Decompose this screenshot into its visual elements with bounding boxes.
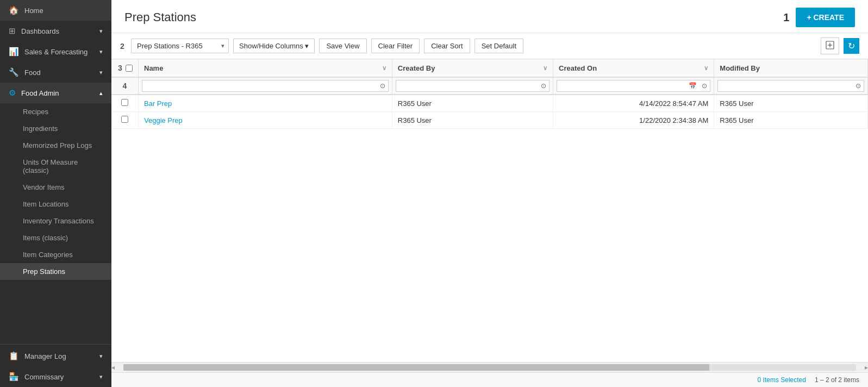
created-on-col-header[interactable]: Created On ∨ (553, 59, 714, 77)
sidebar-item-food-admin[interactable]: ⚙ Food Admin ▴ (0, 83, 111, 103)
created-by-filter-input[interactable] (396, 80, 538, 91)
manager-log-icon: 📋 (9, 351, 19, 361)
modified-by-col-header[interactable]: Modified By (714, 59, 868, 77)
food-icon: 🔧 (9, 67, 19, 77)
sidebar-item-inventory-transactions[interactable]: Inventory Transactions (0, 213, 111, 229)
sidebar-item-prep-stations[interactable]: Prep Stations (0, 263, 111, 280)
row-created-on-cell: 4/14/2022 8:54:47 AM (553, 95, 714, 112)
bottom-bar: 0 Items Selected 1 – 2 of 2 items (111, 372, 868, 387)
sidebar-item-recipes[interactable]: Recipes (0, 103, 111, 120)
row-created-on-cell: 1/22/2020 2:34:38 AM (553, 112, 714, 129)
scroll-right-arrow[interactable]: ▸ (865, 364, 868, 371)
sidebar-item-label: Dashboards (21, 27, 59, 35)
commissary-icon: 🏪 (9, 372, 19, 382)
select-all-checkbox[interactable] (126, 65, 133, 72)
filter-created-on-cell: 📅 ⊙ (553, 77, 714, 95)
sidebar-item-food[interactable]: 🔧 Food ▾ (0, 62, 111, 83)
record-count-label: 1 – 2 of 2 items (815, 376, 859, 384)
sidebar-item-manager-log[interactable]: 📋 Manager Log ▾ (0, 346, 111, 366)
chevron-down-icon: ▾ (99, 69, 103, 76)
row-checkbox[interactable] (121, 116, 128, 123)
scroll-track[interactable] (123, 364, 856, 371)
clear-filter-button[interactable]: Clear Filter (371, 39, 420, 53)
refresh-icon: ↻ (848, 41, 855, 51)
sidebar-item-home[interactable]: 🏠 Home (0, 0, 111, 21)
sort-icon: ∨ (543, 65, 547, 72)
table-header-row: 3 Name ∨ Created By ∨ (111, 59, 868, 77)
sort-icon: ∨ (382, 65, 386, 72)
sidebar-item-vendor-items[interactable]: Vendor Items (0, 179, 111, 196)
row-checkbox-cell (111, 112, 139, 129)
created-on-filter-input[interactable] (557, 80, 686, 91)
filter-modified-by-cell: ⊙ (714, 77, 868, 95)
sidebar-item-memorized-prep-logs[interactable]: Memorized Prep Logs (0, 137, 111, 154)
sidebar: 🏠 Home ⊞ Dashboards ▾ 📊 Sales & Forecast… (0, 0, 111, 387)
clear-sort-button[interactable]: Clear Sort (424, 39, 470, 53)
name-filter-icon-btn[interactable]: ⊙ (377, 81, 388, 91)
chevron-up-icon: ▴ (99, 90, 103, 97)
created-on-filter-icon-btn[interactable]: ⊙ (699, 81, 710, 91)
view-select[interactable]: Prep Stations - R365 (131, 39, 229, 53)
sidebar-item-units-of-measure[interactable]: Units Of Measure (classic) (0, 154, 111, 179)
sidebar-item-items-classic[interactable]: Items (classic) (0, 229, 111, 246)
page-number: 1 (783, 11, 789, 24)
save-view-button[interactable]: Save View (319, 39, 366, 53)
sidebar-item-sales-forecasting[interactable]: 📊 Sales & Forecasting ▾ (0, 41, 111, 62)
export-icon (826, 41, 834, 49)
sidebar-item-dashboards[interactable]: ⊞ Dashboards ▾ (0, 21, 111, 41)
calendar-icon-btn[interactable]: 📅 (686, 81, 699, 91)
row-checkbox-cell (111, 95, 139, 112)
sidebar-item-label: Commissary (24, 373, 64, 381)
scroll-left-arrow[interactable]: ◂ (111, 364, 115, 371)
set-default-button[interactable]: Set Default (474, 39, 523, 53)
row-modified-by-cell: R365 User (714, 95, 868, 112)
sort-icon: ∨ (704, 65, 708, 72)
modified-by-filter-input[interactable] (718, 80, 853, 91)
toolbar: 2 Prep Stations - R365 ▾ Show/Hide Colum… (111, 33, 868, 59)
row-created-by-cell: R365 User (392, 95, 553, 112)
data-table: 3 Name ∨ Created By ∨ (111, 59, 868, 129)
table-row[interactable]: Bar Prep R365 User 4/14/2022 8:54:47 AM … (111, 95, 868, 112)
sidebar-item-label: Sales & Forecasting (24, 48, 88, 56)
horizontal-scrollbar[interactable]: ◂ ▸ (111, 362, 868, 372)
filter-row: 4 ⊙ ⊙ (111, 77, 868, 95)
table-row[interactable]: Veggie Prep R365 User 1/22/2020 2:34:38 … (111, 112, 868, 129)
name-col-header[interactable]: Name ∨ (139, 59, 392, 77)
sidebar-item-item-locations[interactable]: Item Locations (0, 196, 111, 213)
modified-by-filter-icon-btn[interactable]: ⊙ (853, 81, 864, 91)
chevron-down-icon: ▾ (99, 48, 103, 55)
sidebar-item-ingredients[interactable]: Ingredients (0, 120, 111, 137)
sidebar-item-commissary[interactable]: 🏪 Commissary ▾ (0, 366, 111, 387)
table-container[interactable]: 3 Name ∨ Created By ∨ (111, 59, 868, 362)
refresh-button[interactable]: ↻ (844, 38, 859, 54)
step-4-label: 4 (123, 82, 127, 90)
chart-icon: 📊 (9, 47, 19, 57)
step-3-label: 3 (117, 64, 123, 72)
create-button[interactable]: + CREATE (796, 8, 855, 27)
row-name-cell: Bar Prep (139, 95, 392, 112)
chevron-down-icon: ▾ (99, 28, 103, 35)
sidebar-item-label: Food Admin (21, 89, 59, 97)
home-icon: 🏠 (9, 5, 19, 15)
created-by-col-header[interactable]: Created By ∨ (392, 59, 553, 77)
scroll-thumb[interactable] (123, 364, 709, 371)
row-checkbox[interactable] (121, 99, 128, 106)
row-name-cell: Veggie Prep (139, 112, 392, 129)
filter-name-cell: ⊙ (139, 77, 392, 95)
name-filter-input[interactable] (142, 80, 377, 91)
show-hide-columns-button[interactable]: Show/Hide Columns ▾ (233, 39, 315, 53)
page-header: Prep Stations 1 + CREATE (111, 0, 868, 33)
sidebar-item-label: Food (24, 68, 41, 77)
step-2-label: 2 (120, 42, 127, 51)
created-by-filter-icon-btn[interactable]: ⊙ (538, 81, 549, 91)
gear-icon: ⚙ (9, 88, 16, 98)
filter-check-cell: 4 (111, 77, 139, 95)
chevron-down-icon: ▾ (99, 353, 103, 360)
row-modified-by-cell: R365 User (714, 112, 868, 129)
export-button[interactable] (821, 38, 839, 54)
bottom-bar-right: 0 Items Selected 1 – 2 of 2 items (758, 376, 859, 384)
header-right: 1 + CREATE (783, 8, 855, 27)
chevron-down-icon: ▾ (99, 373, 103, 380)
sidebar-item-label: Home (24, 7, 43, 15)
sidebar-item-item-categories[interactable]: Item Categories (0, 246, 111, 263)
